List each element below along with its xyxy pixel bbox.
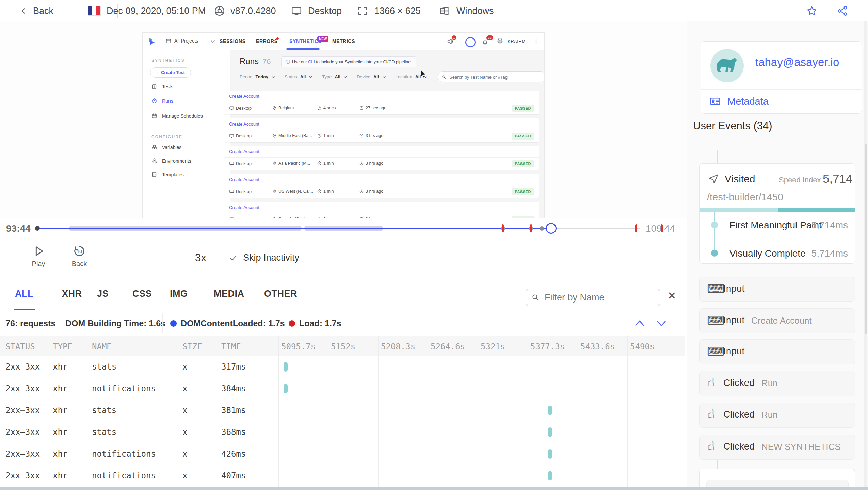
jump-up-icon[interactable] — [634, 318, 645, 328]
share-icon[interactable] — [837, 5, 848, 17]
search-icon — [441, 75, 446, 79]
hierarchy-icon — [151, 158, 157, 164]
filter-device[interactable]: DeviceAll — [357, 74, 386, 79]
visited-url: /test-builder/1450 — [707, 192, 783, 203]
event-item-input[interactable]: ⌨ Input — [699, 277, 855, 302]
chevron-down-icon — [343, 76, 347, 78]
skip-inactivity-toggle[interactable]: Skip Inactivity — [229, 252, 299, 263]
visited-event-card[interactable]: Visited Speed Index 5,714 /test-builder/… — [699, 163, 855, 264]
app-user-name[interactable]: KRAIEM — [508, 39, 526, 44]
back-button[interactable]: Back — [19, 4, 53, 18]
back-10s-button[interactable]: 10 Back — [66, 244, 92, 268]
cli-link[interactable]: CLI — [308, 60, 315, 64]
run-name[interactable]: Create Account — [229, 205, 259, 210]
event-item-input[interactable]: ⌨ Input Create Account — [699, 308, 855, 333]
event-item[interactable] — [706, 480, 849, 487]
status-badge: PASSED — [512, 160, 534, 167]
back-10-icon: 10 — [73, 244, 86, 258]
bottom-scrollbar[interactable] — [0, 487, 868, 490]
app-tab-metrics[interactable]: METRICS — [332, 38, 355, 44]
sidebar-item-variables[interactable]: Variables — [151, 144, 181, 150]
event-item-clicked[interactable]: ☝ Clicked Run — [699, 371, 855, 396]
run-name[interactable]: Create Account — [229, 94, 259, 99]
network-filter[interactable] — [526, 289, 660, 306]
kebab-menu-icon[interactable]: ⋮ — [533, 37, 540, 45]
search-icon — [531, 293, 540, 302]
waterfall-bar — [284, 384, 288, 393]
metadata-button[interactable]: Metadata — [709, 95, 769, 108]
filter-period[interactable]: PeriodToday — [240, 74, 275, 79]
event-item-clicked[interactable]: ☝ Clicked NEW SYNTHETICS — [699, 435, 855, 460]
run-name[interactable]: Create Account — [229, 121, 259, 127]
chevron-down-icon — [271, 76, 275, 78]
run-name[interactable]: Create Account — [229, 177, 259, 182]
run-card[interactable]: Create Account Desktop Canada (Centra...… — [224, 202, 539, 218]
network-row[interactable]: 2xx–3xxxhrstatsx317ms — [0, 356, 685, 378]
sidebar-scrollbar-thumb[interactable] — [865, 144, 867, 334]
network-tab-js[interactable]: JS — [97, 289, 109, 299]
run-card[interactable]: Create Account Desktop Asia Pacific (M..… — [224, 146, 539, 170]
event-item-input[interactable]: ⌨ Input — [699, 339, 855, 364]
network-table-header: STATUS TYPE NAME SIZE TIME 5095.7s 5152s… — [0, 336, 685, 356]
network-row[interactable]: 2xx–3xxxhrnotificationsx407ms — [0, 465, 685, 487]
app-tab-synthetics[interactable]: SYNTHETICS — [289, 38, 322, 44]
divider — [162, 313, 163, 333]
sidebar-item-tests[interactable]: Tests — [151, 84, 173, 89]
sidebar-item-environments[interactable]: Environments — [151, 158, 191, 164]
error-marker[interactable] — [502, 224, 504, 232]
run-card[interactable]: Create Account Desktop US West (N. Cal..… — [224, 174, 539, 198]
network-tab-other[interactable]: OTHER — [264, 289, 297, 299]
gear-icon[interactable]: ⚙ — [497, 37, 503, 46]
app-tab-errors[interactable]: ERRORS — [256, 38, 278, 44]
timeline-progress — [37, 228, 551, 229]
runs-search-input[interactable] — [449, 74, 532, 80]
playhead[interactable] — [546, 223, 557, 234]
network-tab-all[interactable]: ALL — [15, 289, 33, 299]
play-icon — [32, 244, 45, 258]
network-tab-css[interactable]: CSS — [132, 289, 152, 299]
network-row[interactable]: 2xx–3xxxhrnotificationsx384ms — [0, 378, 685, 399]
sidebar-item-manage-schedules[interactable]: Manage Schedules — [151, 113, 203, 119]
waterfall-bar — [548, 406, 552, 415]
event-kind: Input — [723, 346, 744, 357]
run-duration: 4 secs — [317, 105, 336, 110]
speed-toggle[interactable]: 3x — [195, 252, 206, 264]
network-filter-input[interactable] — [544, 292, 654, 303]
playback-timeline[interactable]: 93:44 109:44 — [0, 218, 687, 239]
col-tick: 5095.7s — [281, 342, 316, 352]
app-logo-icon — [147, 36, 157, 46]
filter-status[interactable]: StatusAll — [285, 74, 312, 79]
jump-down-icon[interactable] — [656, 318, 667, 328]
run-name[interactable]: Create Account — [229, 149, 259, 154]
network-tab-img[interactable]: IMG — [170, 289, 188, 299]
runs-search[interactable] — [438, 71, 545, 82]
cubes-icon — [151, 144, 157, 150]
sidebar-item-runs[interactable]: Runs — [151, 98, 173, 104]
network-row[interactable]: 2xx–3xxxhrstatsx368ms — [0, 421, 685, 443]
network-tab-media[interactable]: MEDIA — [214, 289, 244, 299]
network-row[interactable]: 2xx–3xxxhrstatsx381ms — [0, 399, 685, 421]
play-button[interactable]: Play — [26, 244, 51, 268]
network-row[interactable]: 2xx–3xxxhrnotificationsx426ms — [0, 443, 685, 465]
filter-type[interactable]: TypeAll — [322, 74, 347, 79]
project-selector[interactable]: All Projects — [162, 33, 220, 50]
run-card[interactable]: Create Account Desktop Belgium 4 secs 27… — [224, 91, 539, 114]
app-sidebar-section-configure: CONFIGURE — [151, 135, 183, 139]
divider — [58, 313, 58, 333]
user-email-link[interactable]: tahay@asayer.io — [755, 56, 839, 69]
col-type: TYPE — [53, 342, 73, 352]
create-test-button[interactable]: + Create Test — [150, 67, 191, 78]
run-card[interactable]: Create Account Desktop Middle East (Ba..… — [224, 118, 539, 142]
event-item-clicked[interactable]: ☝ Clicked Run — [699, 403, 855, 428]
network-tab-xhr[interactable]: XHR — [62, 289, 82, 299]
col-tick: 5433.6s — [580, 342, 615, 352]
error-marker[interactable] — [635, 224, 637, 232]
sidebar-scrollbar-track[interactable] — [864, 21, 867, 487]
error-marker[interactable] — [530, 224, 532, 232]
favorite-star-icon[interactable] — [806, 5, 818, 17]
sidebar-item-templates[interactable]: Templates — [151, 172, 184, 177]
close-panel-icon[interactable]: × — [668, 289, 676, 302]
app-tab-sessions[interactable]: SESSIONS — [220, 38, 245, 44]
player-controls: Play 10 Back 3x Skip Inactivity Network … — [0, 238, 687, 278]
back-label: Back — [33, 6, 53, 16]
